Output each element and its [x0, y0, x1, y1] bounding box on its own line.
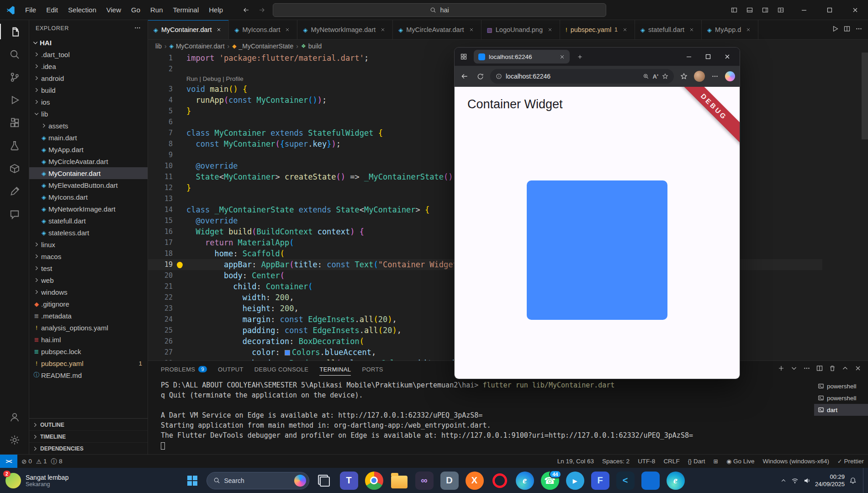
editor-more-icon[interactable]	[855, 25, 863, 34]
panel-more-icon[interactable]	[803, 365, 810, 374]
menu-edit[interactable]: Edit	[41, 6, 63, 14]
explorer-item-linux[interactable]: linux	[29, 239, 148, 250]
editor-scrollbar[interactable]	[862, 53, 868, 139]
taskbar-icon-edge[interactable]: e	[514, 470, 535, 491]
read-aloud-icon[interactable]: Aʹ	[653, 73, 658, 80]
new-tab-icon[interactable]	[573, 54, 586, 60]
explorer-item-main.dart[interactable]: ◈main.dart	[29, 132, 148, 143]
explorer-item-.metadata[interactable]: ≣.metadata	[29, 310, 148, 322]
explorer-item-build[interactable]: build	[29, 84, 148, 96]
status-item-dart[interactable]: {}Dart	[684, 455, 709, 468]
activity-source-control-icon[interactable]	[0, 66, 29, 89]
explorer-item-windows[interactable]: windows	[29, 286, 148, 298]
tab-close-icon[interactable]	[546, 26, 554, 34]
maximize-button[interactable]	[817, 0, 842, 20]
taskbar-icon-opera[interactable]	[489, 470, 510, 491]
code-lens-debug[interactable]: Debug	[203, 75, 221, 82]
tab-close-icon[interactable]	[744, 26, 752, 34]
activity-run-and-debug-icon[interactable]	[0, 89, 29, 111]
activity-remote-cube-icon[interactable]	[0, 157, 29, 180]
menu-view[interactable]: View	[101, 6, 126, 14]
tab-mycircleavatar.dart[interactable]: ◈MyCircleAvatar.dart	[393, 20, 481, 39]
volume-icon[interactable]	[803, 477, 810, 484]
terminal-output[interactable]: PS D:\ALL ABOUT COOLYEAH\SEMESTER 5\Apli…	[148, 377, 814, 454]
sidebar-section-outline[interactable]: OUTLINE	[29, 419, 148, 430]
profile-avatar[interactable]	[694, 71, 705, 82]
explorer-item-statefull.dart[interactable]: ◈statefull.dart	[29, 215, 148, 227]
activity-settings-icon[interactable]	[0, 429, 29, 451]
panel-tab-problems[interactable]: PROBLEMS9	[161, 361, 207, 377]
activity-explorer-icon[interactable]	[0, 20, 29, 43]
toggle-secondary-sidebar-icon[interactable]	[758, 3, 772, 17]
tab-mycontainer.dart[interactable]: ◈MyContainer.dart	[148, 20, 229, 39]
explorer-item-ios[interactable]: ios	[29, 96, 148, 108]
tab-mynetworkimage.dart[interactable]: ◈MyNetworkImage.dart	[297, 20, 393, 39]
breadcrumb-lib[interactable]: lib	[155, 42, 162, 50]
minimize-button[interactable]	[791, 0, 817, 20]
explorer-item-stateless.dart[interactable]: ◈stateless.dart	[29, 227, 148, 239]
tab-myicons.dart[interactable]: ◈MyIcons.dart	[229, 20, 297, 39]
tray-chevron-up-icon[interactable]	[780, 477, 787, 484]
explorer-item-lib[interactable]: lib	[29, 108, 148, 120]
explorer-item-web[interactable]: web	[29, 274, 148, 286]
tab-statefull.dart[interactable]: ◈statefull.dart	[635, 20, 702, 39]
menu-selection[interactable]: Selection	[63, 6, 101, 14]
address-bar[interactable]: localhost:62246 Aʹ	[490, 69, 674, 84]
activity-extensions-icon[interactable]	[0, 111, 29, 134]
status-item-prettier[interactable]: ✓Prettier	[833, 455, 868, 468]
kill-terminal-icon[interactable]	[829, 365, 836, 374]
status-item-ln-19-col-63[interactable]: Ln 19, Col 63	[553, 455, 598, 468]
breadcrumb-mycontainer.dart[interactable]: ◈MyContainer.dart	[169, 42, 225, 50]
minimap[interactable]	[825, 53, 862, 117]
browser-back-icon[interactable]	[459, 72, 470, 80]
taskbar-icon-edge-dev[interactable]: e	[665, 470, 686, 491]
breadcrumb-build[interactable]: ❖build	[301, 42, 322, 50]
taskbar-icon-teams[interactable]: T	[339, 470, 360, 491]
site-info-icon[interactable]	[496, 73, 502, 80]
tab-myapp.d[interactable]: ◈MyApp.d	[702, 20, 758, 39]
taskbar-icon-vscode[interactable]: <	[615, 470, 636, 491]
breadcrumb-_mycontainerstate[interactable]: ◆_MyContainerState	[232, 42, 293, 50]
maximize-panel-icon[interactable]	[842, 365, 849, 374]
browser-maximize-button[interactable]	[699, 48, 718, 66]
tab-close-icon[interactable]	[559, 54, 565, 60]
explorer-item-pubspec.yaml[interactable]: !pubspec.yaml1	[29, 357, 148, 369]
status-item-spaces-2[interactable]: Spaces: 2	[598, 455, 634, 468]
taskbar-clock[interactable]: 00:29 24/09/2025	[815, 473, 845, 488]
notifications-bell-icon[interactable]	[849, 477, 857, 484]
toggle-panel-icon[interactable]	[743, 3, 757, 17]
explorer-item-mynetworkimage.dart[interactable]: ◈MyNetworkImage.dart	[29, 203, 148, 215]
taskbar-icon-file-explorer[interactable]	[389, 470, 410, 491]
browser-refresh-icon[interactable]	[475, 73, 486, 80]
explorer-root-folder[interactable]: HAI	[29, 37, 148, 48]
taskbar-icon-visual-studio[interactable]: ∞	[414, 470, 435, 491]
close-panel-icon[interactable]	[854, 365, 862, 374]
browser-minimize-button[interactable]	[679, 48, 699, 66]
panel-tab-output[interactable]: OUTPUT	[218, 361, 243, 377]
explorer-item-myapp.dart[interactable]: ◈MyApp.dart	[29, 143, 148, 155]
sidebar-section-timeline[interactable]: TIMELINE	[29, 430, 148, 442]
code-lens-profile[interactable]: Profile	[226, 75, 243, 82]
terminal-instance-dart[interactable]: dart	[814, 404, 868, 416]
tab-actions-menu-icon[interactable]	[457, 53, 470, 60]
remote-indicator[interactable]: ><	[0, 455, 17, 468]
favorite-star-icon[interactable]	[662, 73, 668, 80]
command-center-search[interactable]: hai	[273, 3, 606, 17]
explorer-item-.idea[interactable]: .idea	[29, 60, 148, 72]
status-item-windows-windows-x64-[interactable]: Windows (windows-x64)	[758, 455, 833, 468]
status-item-go-live[interactable]: ◉Go Live	[722, 455, 758, 468]
activity-chat-icon[interactable]	[0, 203, 29, 226]
browser-close-button[interactable]	[718, 48, 737, 66]
wifi-icon[interactable]	[791, 477, 799, 484]
tab-pubspec.yaml[interactable]: !pubspec.yaml1	[560, 20, 635, 39]
split-terminal-icon[interactable]	[816, 365, 823, 374]
color-swatch[interactable]	[285, 350, 290, 355]
weather-widget[interactable]: 2 Sangat lembap Sekarang	[5, 473, 69, 488]
explorer-item-myelevatedbutton.dart[interactable]: ◈MyElevatedButton.dart	[29, 179, 148, 191]
favorites-icon[interactable]	[678, 73, 689, 80]
menu-go[interactable]: Go	[126, 6, 145, 14]
explorer-item-macos[interactable]: macos	[29, 250, 148, 262]
taskbar-search[interactable]: Search	[206, 472, 309, 489]
activity-search-icon[interactable]	[0, 43, 29, 66]
explorer-item-hai.iml[interactable]: ≣hai.iml	[29, 334, 148, 345]
